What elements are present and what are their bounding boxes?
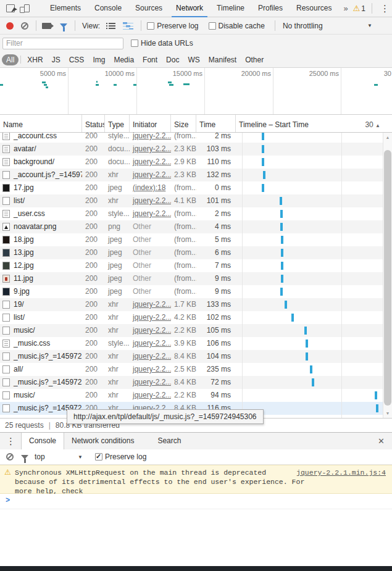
request-row-music[interactable]: music/200xhrjquery-2.2...2.2 KB94 ms <box>0 389 392 402</box>
request-row-avatar[interactable]: avatar/200docu...jquery-2.2...2.3 KB103 … <box>0 143 392 156</box>
type-filter-img[interactable]: Img <box>88 54 109 65</box>
type-filter-media[interactable]: Media <box>109 54 138 65</box>
timeline-view-icon[interactable] <box>123 22 133 30</box>
disable-cache-label[interactable]: Disable cache <box>219 22 265 30</box>
initiator-link[interactable]: jquery-2.2... <box>133 391 171 399</box>
console-preserve-log-label[interactable]: Preserve log <box>105 452 146 461</box>
more-panels-button[interactable]: » <box>338 0 352 17</box>
console-filter-icon[interactable] <box>21 455 28 459</box>
initiator-link[interactable]: (index):18 <box>133 183 165 192</box>
request-row-19[interactable]: 19/200xhrjquery-2.2...1.7 KB133 ms <box>0 298 392 311</box>
type-filter-xhr[interactable]: XHR <box>23 54 47 65</box>
request-row-music-js-145972[interactable]: _music.js?_=145972...200xhrjquery-2.2...… <box>0 376 392 389</box>
tab-console[interactable]: Console <box>88 0 128 17</box>
tab-resources[interactable]: Resources <box>290 0 338 17</box>
device-toolbar-icon[interactable] <box>20 4 30 13</box>
initiator-link[interactable]: jquery-2.2... <box>133 313 171 322</box>
inspect-element-icon[interactable] <box>6 4 15 12</box>
type-filter-css[interactable]: CSS <box>65 54 89 65</box>
column-header-size[interactable]: Size <box>171 115 196 132</box>
type-filter-js[interactable]: JS <box>48 54 65 65</box>
initiator-link[interactable]: jquery-2.2... <box>133 144 171 153</box>
request-row-12-jpg[interactable]: 12.jpg200jpegOther(from...7 ms <box>0 259 392 272</box>
scrollbar-thumb[interactable] <box>384 150 391 406</box>
request-row-music-js-145972[interactable]: _music.js?_=145972...200xhrjquery-2.2...… <box>0 350 392 363</box>
preserve-log-label[interactable]: Preserve log <box>157 22 198 30</box>
column-header-type[interactable]: Type <box>105 115 130 132</box>
request-row-17-jpg[interactable]: 17.jpg200jpeg(index):18(from...0 ms <box>0 181 392 194</box>
request-row-user-css[interactable]: _user.css200style...jquery-2.2...(from..… <box>0 207 392 220</box>
console-preserve-log-checkbox[interactable] <box>95 453 102 461</box>
status-code: 200 <box>82 272 105 285</box>
filter-input[interactable] <box>2 38 123 49</box>
initiator-link[interactable]: jquery-2.2... <box>133 339 171 348</box>
type-filter-font[interactable]: Font <box>138 54 162 65</box>
request-row-18-jpg[interactable]: 18.jpg200jpegOther(from...5 ms <box>0 233 392 246</box>
type-filter-doc[interactable]: Doc <box>162 54 183 65</box>
initiator-link[interactable]: jquery-2.2... <box>133 157 171 166</box>
resource-size: 8.4 KB <box>171 350 196 363</box>
clear-console-button[interactable] <box>6 453 14 461</box>
initiator-link[interactable]: jquery-2.2... <box>133 378 171 386</box>
initiator-link[interactable]: jquery-2.2... <box>133 326 171 335</box>
column-header-timeline[interactable]: Timeline – Start Time30 ▲ <box>236 115 383 132</box>
request-row-account-css[interactable]: _account.css200style...jquery-2.2...(fro… <box>0 133 392 143</box>
request-row-music-css[interactable]: _music.css200style...jquery-2.2...3.9 KB… <box>0 337 392 350</box>
initiator-link[interactable]: jquery-2.2... <box>133 365 171 373</box>
column-header-initiator[interactable]: Initiator <box>130 115 171 132</box>
vertical-scrollbar[interactable]: ▲ ▼ <box>383 133 392 418</box>
request-row-noavatar-png[interactable]: noavatar.png200pngOther(from...4 ms <box>0 220 392 233</box>
large-rows-view-icon[interactable] <box>106 22 115 30</box>
initiator-link[interactable]: jquery-2.2... <box>133 300 171 309</box>
throttling-select[interactable]: No throttling ▼ <box>283 22 372 30</box>
tab-elements[interactable]: Elements <box>43 0 88 17</box>
request-row-account-js-14597[interactable]: _account.js?_=14597...200xhrjquery-2.2..… <box>0 169 392 181</box>
file-icon <box>2 404 10 412</box>
request-row-13-jpg[interactable]: 13.jpg200jpegOther(from...6 ms <box>0 246 392 259</box>
execution-context-select[interactable]: top ▼ <box>35 452 83 461</box>
initiator-link[interactable]: jquery-2.2... <box>133 133 171 140</box>
column-header-status[interactable]: Status <box>82 115 105 132</box>
initiator-link[interactable]: jquery-2.2... <box>133 170 171 179</box>
column-header-name[interactable]: Name <box>0 115 82 132</box>
type-filter-other[interactable]: Other <box>241 54 268 65</box>
request-row-list[interactable]: list/200xhrjquery-2.2...4.1 KB101 ms <box>0 194 392 207</box>
drawer-tab-console[interactable]: Console <box>21 433 64 450</box>
request-row-list[interactable]: list/200xhrjquery-2.2...4.2 KB102 ms <box>0 311 392 324</box>
warning-badge[interactable]: ⚠ 1 <box>353 4 365 13</box>
tab-network[interactable]: Network <box>169 0 210 17</box>
request-row-9-jpg[interactable]: 9.jpg200jpegOther(from...9 ms <box>0 285 392 298</box>
initiator-link[interactable]: jquery-2.2... <box>133 352 171 361</box>
scroll-up-icon[interactable]: ▲ <box>383 135 392 140</box>
column-header-time[interactable]: Time <box>196 115 236 132</box>
initiator-link[interactable]: jquery-2.2... <box>133 209 171 218</box>
timeline-overview[interactable]: 5000 ms10000 ms15000 ms20000 ms25000 ms3… <box>0 68 392 115</box>
clear-network-log-button[interactable] <box>21 22 28 30</box>
tab-timeline[interactable]: Timeline <box>210 0 251 17</box>
type-filter-all[interactable]: All <box>2 54 19 65</box>
tab-sources[interactable]: Sources <box>128 0 169 17</box>
request-row-11-jpg[interactable]: 11.jpg200jpegOther(from...9 ms <box>0 272 392 285</box>
scroll-down-icon[interactable]: ▼ <box>383 411 392 415</box>
close-drawer-icon[interactable]: ✕ <box>378 436 392 446</box>
request-row-background[interactable]: background/200docu...jquery-2.2...2.9 KB… <box>0 156 392 169</box>
hide-data-urls-checkbox[interactable] <box>131 40 138 47</box>
preserve-log-checkbox[interactable] <box>147 22 154 30</box>
request-row-music[interactable]: music/200xhrjquery-2.2...2.2 KB105 ms <box>0 324 392 337</box>
disable-cache-checkbox[interactable] <box>209 22 216 30</box>
drawer-menu-kebab-icon[interactable]: ⋮ <box>0 436 21 447</box>
record-network-log-button[interactable] <box>6 22 14 30</box>
drawer-tab-search[interactable]: Search <box>150 433 188 450</box>
tab-profiles[interactable]: Profiles <box>251 0 290 17</box>
screenshot-capture-icon[interactable] <box>42 23 51 29</box>
menu-kebab-icon[interactable]: ⋮ <box>378 3 391 14</box>
initiator-link[interactable]: jquery-2.2... <box>133 196 171 205</box>
console-prompt[interactable]: > <box>0 494 392 509</box>
request-row-all[interactable]: all/200xhrjquery-2.2...2.5 KB235 ms <box>0 363 392 376</box>
type-filter-manifest[interactable]: Manifest <box>204 54 241 65</box>
type-filter-ws[interactable]: WS <box>183 54 204 65</box>
hide-data-urls-label[interactable]: Hide data URLs <box>141 39 193 48</box>
drawer-tab-network-conditions[interactable]: Network conditions <box>64 433 141 450</box>
filter-icon[interactable] <box>60 23 67 28</box>
warning-source-link[interactable]: jquery-2.2.1.min.js:4 <box>296 468 386 477</box>
